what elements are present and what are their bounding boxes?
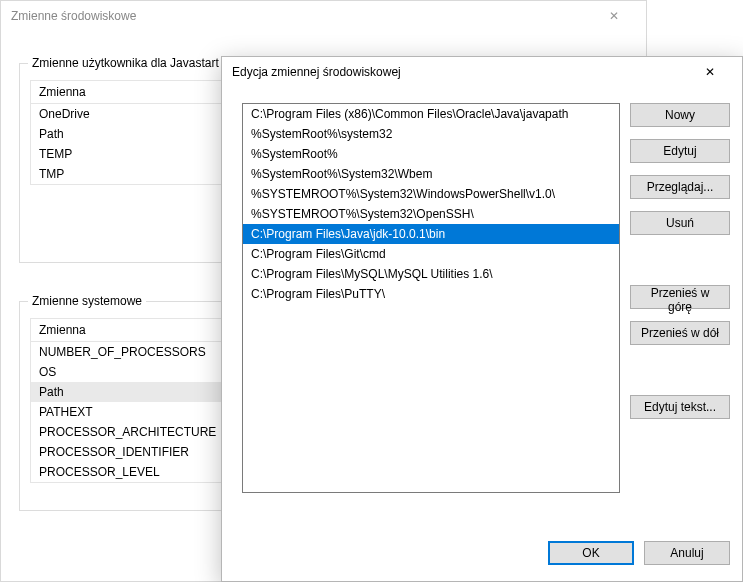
delete-button[interactable]: Usuń xyxy=(630,211,730,235)
path-list-item[interactable]: C:\Program Files\MySQL\MySQL Utilities 1… xyxy=(243,264,619,284)
close-icon xyxy=(609,9,619,23)
env-vars-title: Zmienne środowiskowe xyxy=(11,9,591,23)
new-button[interactable]: Nowy xyxy=(630,103,730,127)
ok-button[interactable]: OK xyxy=(548,541,634,565)
browse-button[interactable]: Przeglądaj... xyxy=(630,175,730,199)
edit-text-button[interactable]: Edytuj tekst... xyxy=(630,395,730,419)
env-vars-close-button[interactable] xyxy=(591,1,636,31)
path-list-item[interactable]: C:\Program Files\PuTTY\ xyxy=(243,284,619,304)
move-up-button[interactable]: Przenieś w górę xyxy=(630,285,730,309)
path-list-item[interactable]: %SYSTEMROOT%\System32\OpenSSH\ xyxy=(243,204,619,224)
close-icon xyxy=(705,65,715,79)
env-vars-titlebar: Zmienne środowiskowe xyxy=(1,1,646,31)
edit-button[interactable]: Edytuj xyxy=(630,139,730,163)
dialog-button-column: Nowy Edytuj Przeglądaj... Usuń Przenieś … xyxy=(630,103,730,419)
path-list-item[interactable]: %SystemRoot%\System32\Wbem xyxy=(243,164,619,184)
path-list-item[interactable]: C:\Program Files\Java\jdk-10.0.1\bin xyxy=(243,224,619,244)
path-list-item[interactable]: C:\Program Files\Git\cmd xyxy=(243,244,619,264)
user-vars-group-label: Zmienne użytkownika dla Javastart xyxy=(28,56,223,70)
edit-dialog-close-button[interactable] xyxy=(687,57,732,87)
edit-env-var-dialog: Edycja zmiennej środowiskowej C:\Program… xyxy=(221,56,743,582)
move-down-button[interactable]: Przenieś w dół xyxy=(630,321,730,345)
path-list-item[interactable]: %SystemRoot% xyxy=(243,144,619,164)
edit-dialog-title: Edycja zmiennej środowiskowej xyxy=(232,65,687,79)
spacer xyxy=(630,247,730,273)
system-vars-group-label: Zmienne systemowe xyxy=(28,294,146,308)
path-list-item[interactable]: %SystemRoot%\system32 xyxy=(243,124,619,144)
spacer xyxy=(630,357,730,383)
path-list-item[interactable]: %SYSTEMROOT%\System32\WindowsPowerShell\… xyxy=(243,184,619,204)
path-list-item[interactable]: C:\Program Files (x86)\Common Files\Orac… xyxy=(243,104,619,124)
path-list[interactable]: C:\Program Files (x86)\Common Files\Orac… xyxy=(242,103,620,493)
dialog-footer: OK Anuluj xyxy=(548,541,730,565)
cancel-button[interactable]: Anuluj xyxy=(644,541,730,565)
edit-dialog-titlebar: Edycja zmiennej środowiskowej xyxy=(222,57,742,87)
